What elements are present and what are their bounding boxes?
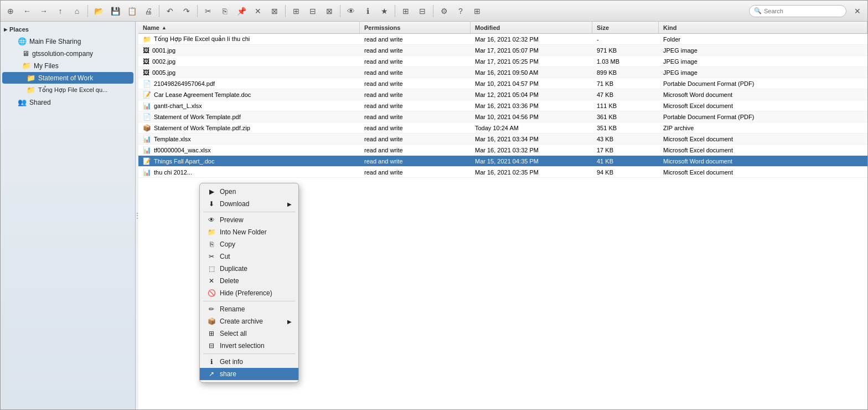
file-modified: Today 10:24 AM [471, 125, 592, 131]
ctx-item-invert_selection[interactable]: ⊟ Invert selection [200, 340, 298, 352]
toolbar-btn-open[interactable]: 📂 [91, 3, 106, 19]
file-type-icon: 📊 [143, 102, 151, 110]
toolbar-btn-up[interactable]: ↑ [53, 3, 68, 19]
toolbar-btn-copy[interactable]: ⎘ [217, 3, 232, 19]
toolbar-btn-grid2[interactable]: ⊟ [415, 3, 430, 19]
toolbar-btn-paste[interactable]: 📌 [234, 3, 249, 19]
toolbar-btn-info[interactable]: ℹ [360, 3, 375, 19]
sidebar-places-header[interactable]: ▶ Places [1, 24, 135, 35]
copy-icon: ⎘ [206, 240, 216, 248]
table-row[interactable]: 📝 Things Fall Apart_.doc read and write … [138, 156, 867, 167]
toolbar-btn-view3[interactable]: ⊠ [322, 3, 337, 19]
table-row[interactable]: 📊 thu chi 2012... read and write Mar 16,… [138, 167, 867, 178]
ctx-separator [203, 353, 295, 354]
delete-icon: ✕ [206, 277, 216, 285]
toolbar-sep-4 [285, 5, 286, 17]
table-row[interactable]: 🖼 0002.jpg read and write Mar 17, 2021 0… [138, 56, 867, 67]
ctx-item-get_info[interactable]: ℹ Get info [200, 356, 298, 368]
ctx-item-cut[interactable]: ✂ Cut [200, 250, 298, 263]
file-kind: Folder [659, 36, 867, 43]
col-header-name[interactable]: Name ▲ [138, 22, 360, 33]
table-row[interactable]: 📊 gantt-chart_L.xlsx read and write Mar … [138, 100, 867, 111]
toolbar-btn-forward[interactable]: → [36, 3, 51, 19]
file-type-icon: 🖼 [143, 69, 149, 76]
col-header-permissions[interactable]: Permissions [360, 22, 471, 33]
ctx-label-preview: Preview [220, 216, 244, 224]
sidebar-item-my-files[interactable]: 📁 My Files [2, 60, 133, 71]
toolbar-btn-home[interactable]: ⌂ [69, 3, 85, 19]
toolbar-btn-cut[interactable]: ✂ [200, 3, 216, 19]
file-name: 0001.jpg [152, 47, 175, 54]
toolbar-btn-delete[interactable]: ✕ [250, 3, 266, 19]
toolbar-btn-grid1[interactable]: ⊞ [398, 3, 414, 19]
folder-icon-myfiles: 📁 [22, 62, 31, 70]
table-row[interactable]: 📊 tf00000004_wac.xlsx read and write Mar… [138, 145, 867, 156]
table-row[interactable]: 🖼 0005.jpg read and write Mar 16, 2021 0… [138, 67, 867, 78]
sidebar-item-tong-hop[interactable]: 📁 Tổng Hợp File Excel qu... [2, 84, 133, 96]
toolbar-btn-new[interactable]: ⊕ [3, 3, 18, 19]
ctx-item-select_all[interactable]: ⊞ Select all [200, 327, 298, 340]
toolbar-btn-help[interactable]: ? [453, 3, 468, 19]
ctx-item-download[interactable]: ⬇ Download ▶ [200, 198, 298, 210]
file-size: 899 KB [592, 69, 659, 76]
ctx-item-open[interactable]: ▶ Open [200, 186, 298, 198]
sidebar-item-gtssolution[interactable]: 🖥 gtssolution-company [2, 48, 133, 59]
shared-icon: 👥 [18, 98, 27, 106]
ctx-item-share[interactable]: ↗ share [200, 368, 298, 380]
search-input[interactable] [764, 8, 841, 14]
hide-icon: 🚫 [206, 289, 216, 297]
table-row[interactable]: 📝 Car Lease Agreement Template.doc read … [138, 89, 867, 100]
ctx-item-create_archive[interactable]: 📦 Create archive ▶ [200, 315, 298, 327]
toolbar-btn-preview[interactable]: 👁 [343, 3, 359, 19]
col-header-kind[interactable]: Kind [659, 22, 867, 33]
places-triangle-icon: ▶ [4, 27, 7, 32]
sidebar-item-main-file-sharing[interactable]: 🌐 Main File Sharing [2, 35, 133, 47]
ctx-item-copy[interactable]: ⎘ Copy [200, 238, 298, 250]
server-icon: 🖥 [22, 49, 29, 58]
share-icon: ↗ [206, 370, 216, 378]
ctx-item-hide[interactable]: 🚫 Hide (Preference) [200, 287, 298, 299]
file-name: 0005.jpg [152, 69, 175, 76]
file-type-icon: 📝 [143, 157, 151, 165]
toolbar-btn-close[interactable]: ✕ [850, 3, 865, 19]
table-row[interactable]: 📄 210498264957064.pdf read and write Mar… [138, 78, 867, 89]
ctx-item-preview[interactable]: 👁 Preview [200, 214, 298, 226]
file-permissions: read and write [360, 69, 471, 76]
toolbar-btn-star[interactable]: ★ [376, 3, 392, 19]
toolbar-btn-expand[interactable]: ⊞ [469, 3, 485, 19]
file-size: 1.03 MB [592, 58, 659, 65]
table-row[interactable]: 📊 Template.xlsx read and write Mar 16, 2… [138, 134, 867, 145]
toolbar-btn-back[interactable]: ← [19, 3, 35, 19]
toolbar-btn-undo[interactable]: ↶ [162, 3, 178, 19]
ctx-item-delete[interactable]: ✕ Delete [200, 275, 298, 287]
table-row[interactable]: 📦 Statement of Work Template.pdf.zip rea… [138, 122, 867, 134]
download-icon: ⬇ [206, 200, 216, 208]
ctx-item-into_new_folder[interactable]: 📁 Into New Folder [200, 226, 298, 238]
table-row[interactable]: 📁 Tổng Hợp File Excel quản lí thu chi re… [138, 34, 867, 45]
toolbar-btn-redo[interactable]: ↷ [179, 3, 194, 19]
create_archive-icon: 📦 [206, 317, 216, 325]
select_all-icon: ⊞ [206, 330, 216, 337]
file-kind: ZIP archive [659, 125, 867, 131]
sidebar-item-statement-of-work[interactable]: 📁 Statement of Work [2, 72, 133, 84]
ctx-item-rename[interactable]: ✏ Rename [200, 303, 298, 315]
table-row[interactable]: 🖼 0001.jpg read and write Mar 17, 2021 0… [138, 45, 867, 56]
toolbar-btn-print[interactable]: 🖨 [141, 3, 156, 19]
file-size: 41 KB [592, 158, 659, 165]
ctx-item-duplicate[interactable]: ⬚ Duplicate [200, 263, 298, 275]
toolbar-btn-view1[interactable]: ⊞ [288, 3, 304, 19]
table-row[interactable]: 📄 Statement of Work Template.pdf read an… [138, 111, 867, 122]
sidebar-item-shared[interactable]: 👥 Shared [2, 96, 133, 108]
search-box[interactable]: 🔍 [749, 5, 846, 17]
toolbar-btn-view2[interactable]: ⊟ [305, 3, 321, 19]
toolbar-btn-stop[interactable]: ⊠ [267, 3, 282, 19]
toolbar-btn-saveas[interactable]: 📋 [124, 3, 140, 19]
file-permissions: read and write [360, 58, 471, 65]
file-name: gantt-chart_L.xlsx [154, 102, 202, 109]
toolbar-btn-save[interactable]: 💾 [107, 3, 123, 19]
col-header-modified[interactable]: Modified [471, 22, 592, 33]
file-type-icon: 📝 [143, 91, 151, 99]
toolbar-btn-settings[interactable]: ⚙ [436, 3, 452, 19]
col-header-size[interactable]: Size [592, 22, 659, 33]
file-modified: Mar 16, 2021 02:32 PM [471, 36, 592, 43]
